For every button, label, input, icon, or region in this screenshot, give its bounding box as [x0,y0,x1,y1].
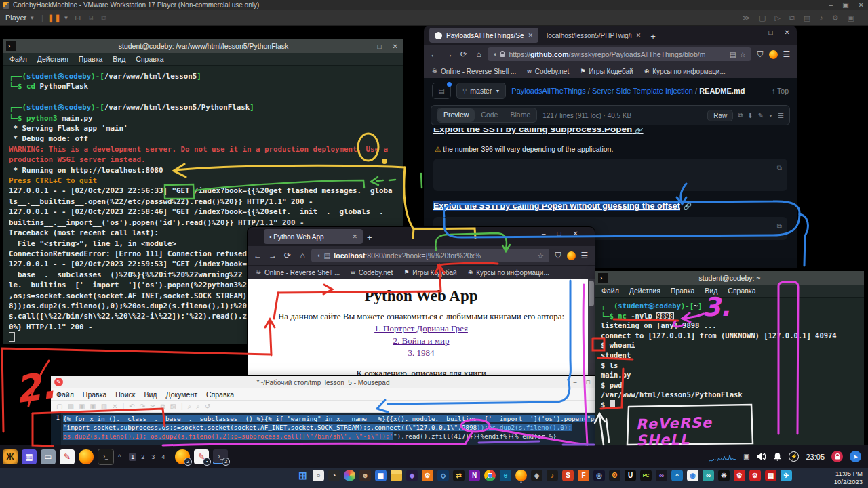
goto-icon[interactable]: ↺ [205,403,210,410]
back-icon[interactable]: ← [428,49,440,59]
forward-icon[interactable]: → [267,251,279,260]
terminal2-titlebar[interactable]: ›_ student@codeby: ~ [595,271,864,285]
menu-item[interactable]: Поиск [115,390,135,399]
taskbar-app-pycharm[interactable]: PC [640,470,652,481]
menu-hamburger-icon[interactable]: ☰ [578,251,591,260]
menu-item[interactable]: Вид [113,55,125,63]
forward-icon[interactable]: → [443,49,455,59]
tab-localhost-phptwig[interactable]: localhost/lesson5/PHPTwig/i ✕ [540,28,648,43]
menu-item[interactable]: Действия [629,287,660,295]
player-menu[interactable]: Player [5,14,26,22]
firefox-account-icon[interactable] [567,251,576,260]
taskbar-app-fl-studio[interactable]: ♪ [547,470,558,481]
terminal2-output[interactable]: ┌──(student㉿codeby)-[~]└─$ nc -nvlp 9898… [595,298,864,445]
power-indicator-icon[interactable]: ⚡ [789,451,799,462]
maximize-icon[interactable]: □ [769,28,773,36]
breadcrumb-repo[interactable]: PayloadsAllTheThings [511,87,585,95]
view-tab-preview[interactable]: Preview [437,108,475,122]
panel-expand-icon[interactable]: ^ [118,453,121,460]
workspace-2[interactable]: 2 [139,453,146,461]
new-file-icon[interactable]: ▢ [56,403,62,410]
replace-icon[interactable]: ⌕ [196,403,200,411]
download-icon[interactable]: ⬇ [747,112,753,119]
bookmark-item[interactable]: ⊕Курсы по информаци... [644,68,726,75]
home-icon[interactable]: ⌂ [473,49,485,59]
bookmark-item[interactable]: wCodeby.net [351,269,393,277]
copy-icon[interactable]: ⧉ [777,221,782,232]
redo-icon[interactable]: ↷ [140,403,145,410]
mousepad-launcher-icon[interactable]: ✎ [60,449,75,464]
close-icon[interactable]: ✕ [573,230,578,237]
firefox-launcher-icon[interactable] [79,449,94,464]
workspace-4[interactable]: 4 [159,453,167,461]
app-menu-icon[interactable]: ▦ [22,449,37,464]
menu-item[interactable]: Справка [728,287,755,295]
close-icon[interactable]: ✕ [785,28,790,36]
copy-icon[interactable]: ⧉ [777,163,782,174]
taskbar-app-gear-red-2[interactable]: ⚙ [749,470,761,481]
scrollbar-thumb[interactable] [589,281,594,306]
editor-text[interactable]: {% for x in ().__class__.__base__.__subc… [61,413,595,447]
webapp-urlbar[interactable]: ◖ ▤ localhost:8080/index?book={%%20for%2… [311,249,549,262]
copy-icon[interactable]: ⧉ [160,403,165,411]
bookmark-item[interactable]: ⚑Игры Кодебай [403,269,457,277]
new-tab-button[interactable]: + [650,31,656,41]
open-file-icon[interactable]: ▤ [67,403,73,410]
volume-icon[interactable] [756,452,766,461]
reader-mode-icon[interactable]: ▤ [730,50,736,58]
mousepad-titlebar[interactable]: ✎ *~/Рабочий стол/tmp_lesson_5 - Mousepa… [51,376,595,388]
minimize-icon[interactable]: – [363,43,367,50]
pause-caret-icon[interactable]: ▼ [63,15,68,21]
taskbar-app-davinci[interactable]: ◈ [531,470,542,481]
taskbar-app-chrome[interactable] [484,470,496,481]
bookmark-item[interactable]: ⚑Игры Кодебай [580,68,633,75]
menu-item[interactable]: Справка [206,390,234,399]
windows-clock[interactable]: 11:05 PM 10/2/2023 [834,470,863,486]
bookmark-item[interactable]: ☠Online - Reverse Shell ... [432,68,516,75]
bookmark-item[interactable]: wCodeby.net [527,68,569,75]
view-tab-blame[interactable]: Blame [504,108,536,122]
menu-item[interactable]: Документ [165,390,197,399]
menu-item[interactable]: Справка [136,55,163,63]
taskbar-app-cinema4d[interactable]: ◎ [593,470,605,481]
tab-close-icon[interactable]: ✕ [636,32,642,39]
taskbar-app-blender[interactable]: ʘ [609,470,620,481]
menu-item[interactable]: Действия [37,55,68,63]
device-settings-icon[interactable]: ⚙ [832,14,839,22]
taskbar-app-feather[interactable]: ❋ [718,470,730,481]
code-block-subprocess[interactable]: ⧉ {{''.__class__.mro()[1].__subclasses__… [433,159,787,191]
back-icon[interactable]: ← [252,251,264,260]
send-ctrl-alt-del-icon[interactable]: ⊡ [75,14,81,22]
breadcrumb-dir[interactable]: Server Side Template Injection [592,87,693,95]
outline-icon[interactable]: ☰ [778,112,784,119]
device-fullbox-icon[interactable]: ▣ [848,14,854,22]
taskbar-app-portrait[interactable]: ☻ [359,470,371,481]
taskbar-app-f-app[interactable]: F [578,470,589,481]
device-screens-icon[interactable]: ⧉ [789,14,795,22]
new-tab-button[interactable]: + [367,232,372,243]
device-network-icon[interactable]: ≫ [743,14,751,22]
save-as-icon[interactable]: ▣ [90,403,96,410]
scrollbar[interactable] [588,279,595,379]
minimize-icon[interactable]: – [753,28,757,36]
taskbar-app-pdf[interactable]: ▤ [765,470,776,481]
maximize-icon[interactable]: □ [557,230,561,237]
scroll-top-link[interactable]: ↑ Top [772,87,789,95]
firefox-window-webapp[interactable]: • Python Web App ✕ + – □ ✕ ← → ⟳ ⌂ ◖ ▤ l… [248,227,595,378]
notification-bell-icon[interactable] [773,452,782,461]
taskbar-mousepad-running[interactable]: ✎• [194,449,209,464]
tab-close-icon[interactable]: ✕ [352,233,357,240]
taskbar-app-start[interactable]: ⊞ [297,470,309,481]
tab-close-icon[interactable]: ✕ [528,32,534,39]
taskbar-app-edge[interactable]: e [500,470,511,481]
taskbar-app-visual-studio[interactable]: ∞ [656,470,667,481]
device-display-icon[interactable]: ▢ [759,14,766,22]
device-sound-icon[interactable]: ♪ [819,14,823,22]
anchor-link-icon[interactable]: 🔗 [635,128,643,134]
menu-item[interactable]: Файл [601,287,619,295]
raw-button[interactable]: Raw [707,110,733,121]
taskbar-terminal-running[interactable]: ›_2 [213,449,228,464]
reload-icon[interactable]: ⟳ [281,251,294,260]
device-disk-icon[interactable]: ▤ [804,14,810,22]
taskbar-app-gauge[interactable]: ◔ [328,470,340,481]
